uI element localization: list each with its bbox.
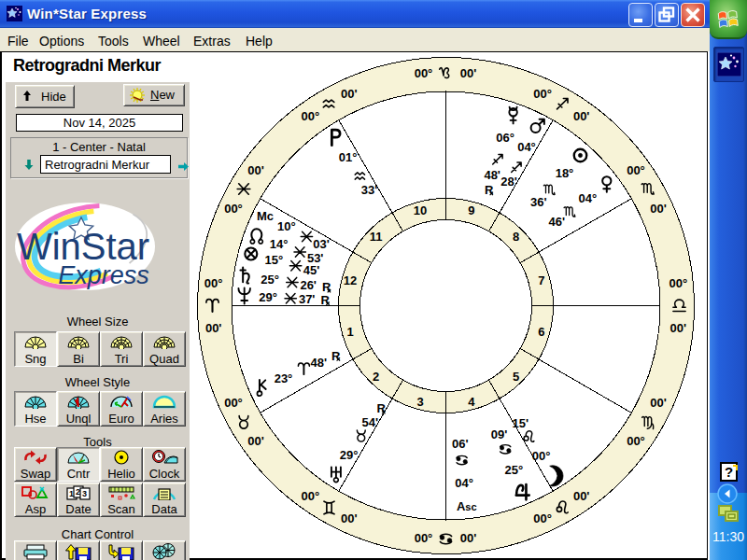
svg-text:54': 54' bbox=[362, 415, 379, 429]
svg-text:7: 7 bbox=[538, 273, 544, 287]
svg-text:12: 12 bbox=[344, 273, 357, 287]
svg-text:00': 00' bbox=[247, 434, 264, 448]
svg-text:23°: 23° bbox=[275, 371, 293, 385]
svg-text:29°: 29° bbox=[259, 290, 277, 304]
svg-text:00': 00' bbox=[650, 396, 667, 410]
svg-text:03': 03' bbox=[313, 237, 330, 251]
svg-text:45': 45' bbox=[303, 263, 320, 277]
svg-text:00': 00' bbox=[650, 202, 667, 216]
svg-text:06°: 06° bbox=[496, 131, 514, 145]
svg-text:09': 09' bbox=[491, 427, 508, 441]
svg-text:00': 00' bbox=[460, 531, 477, 545]
svg-text:11: 11 bbox=[370, 230, 383, 244]
svg-text:00': 00' bbox=[573, 109, 590, 123]
svg-text:?: ? bbox=[725, 464, 733, 480]
svg-text:25°: 25° bbox=[505, 463, 524, 477]
svg-text:00°: 00° bbox=[224, 202, 243, 216]
svg-text:14°: 14° bbox=[270, 237, 289, 251]
svg-text:00': 00' bbox=[247, 163, 264, 177]
svg-text:00°: 00° bbox=[204, 276, 223, 290]
svg-text:00°: 00° bbox=[415, 531, 433, 545]
svg-text:00°: 00° bbox=[301, 489, 319, 503]
svg-text:15': 15' bbox=[513, 416, 529, 430]
svg-text:48': 48' bbox=[484, 168, 500, 182]
svg-text:00': 00' bbox=[341, 511, 358, 525]
svg-text:00°: 00° bbox=[669, 276, 687, 290]
svg-text:26': 26' bbox=[300, 278, 317, 292]
svg-text:Asc: Asc bbox=[457, 499, 477, 513]
svg-text:33': 33' bbox=[361, 183, 378, 197]
svg-text:00°: 00° bbox=[532, 449, 551, 463]
svg-text:2: 2 bbox=[373, 370, 379, 384]
svg-text:37': 37' bbox=[299, 292, 316, 306]
svg-text:3: 3 bbox=[416, 395, 423, 409]
svg-text:00°: 00° bbox=[301, 109, 319, 123]
svg-text:46': 46' bbox=[549, 215, 566, 229]
svg-text:00°: 00° bbox=[224, 396, 243, 410]
svg-text:6: 6 bbox=[538, 325, 544, 339]
svg-text:00°: 00° bbox=[627, 163, 645, 177]
svg-text:1: 1 bbox=[346, 325, 353, 339]
svg-text:04°: 04° bbox=[579, 191, 598, 205]
svg-text:00': 00' bbox=[205, 321, 222, 335]
svg-text:00°: 00° bbox=[533, 511, 552, 525]
svg-text:00°: 00° bbox=[533, 87, 552, 101]
svg-text:00°: 00° bbox=[627, 434, 645, 448]
svg-text:00°: 00° bbox=[415, 66, 433, 80]
svg-text:Mc: Mc bbox=[257, 209, 274, 223]
svg-text:01°: 01° bbox=[339, 150, 358, 164]
svg-text:10°: 10° bbox=[277, 219, 296, 233]
svg-text:29°: 29° bbox=[340, 448, 359, 462]
svg-text:8: 8 bbox=[513, 230, 519, 244]
svg-text:00': 00' bbox=[341, 87, 358, 101]
svg-text:36': 36' bbox=[530, 195, 547, 209]
svg-text:00': 00' bbox=[670, 321, 687, 335]
svg-text:25°: 25° bbox=[261, 273, 279, 287]
svg-text:28': 28' bbox=[500, 175, 517, 189]
svg-text:5: 5 bbox=[513, 370, 519, 384]
svg-text:04°: 04° bbox=[517, 140, 536, 154]
svg-text:06': 06' bbox=[452, 437, 469, 451]
svg-text:00': 00' bbox=[460, 66, 477, 80]
svg-text:18°: 18° bbox=[556, 166, 574, 180]
svg-text:00': 00' bbox=[573, 489, 590, 503]
svg-text:9: 9 bbox=[468, 203, 474, 217]
svg-text:48': 48' bbox=[311, 356, 328, 370]
svg-text:10: 10 bbox=[414, 203, 427, 217]
svg-text:4: 4 bbox=[468, 395, 475, 409]
svg-text:15°: 15° bbox=[265, 253, 284, 267]
svg-text:04°: 04° bbox=[455, 476, 473, 490]
